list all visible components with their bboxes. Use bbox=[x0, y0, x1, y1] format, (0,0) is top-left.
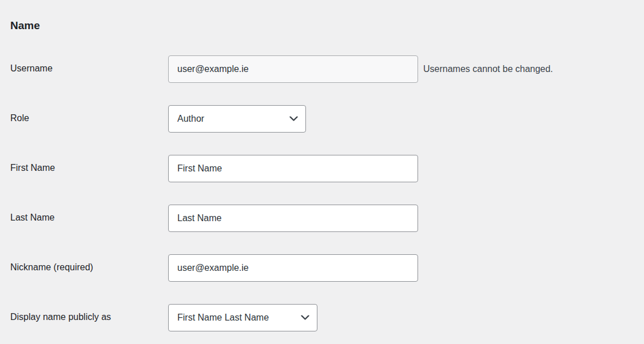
username-field bbox=[168, 55, 418, 83]
section-heading-name: Name bbox=[10, 19, 644, 32]
display-name-select[interactable]: First Name Last Name bbox=[168, 304, 317, 331]
last-name-field[interactable] bbox=[168, 205, 418, 232]
nickname-field[interactable] bbox=[168, 254, 418, 282]
role-label: Role bbox=[10, 113, 168, 125]
role-select[interactable]: Author bbox=[168, 105, 306, 133]
display-name-row: Display name publicly as First Name Last… bbox=[10, 293, 644, 342]
last-name-label: Last Name bbox=[10, 212, 168, 224]
first-name-field[interactable] bbox=[168, 155, 418, 182]
display-name-label: Display name publicly as bbox=[10, 311, 168, 323]
username-row: Username Usernames cannot be changed. bbox=[10, 44, 644, 94]
profile-name-section: Name Username Usernames cannot be change… bbox=[0, 0, 644, 342]
last-name-row: Last Name bbox=[10, 193, 644, 243]
first-name-row: First Name bbox=[10, 143, 644, 193]
username-label: Username bbox=[10, 63, 168, 75]
username-note: Usernames cannot be changed. bbox=[423, 64, 553, 74]
role-select-wrap: Author bbox=[168, 105, 306, 133]
role-row: Role Author bbox=[10, 94, 644, 143]
first-name-label: First Name bbox=[10, 162, 168, 174]
nickname-row: Nickname (required) bbox=[10, 243, 644, 293]
display-name-select-wrap: First Name Last Name bbox=[168, 304, 317, 331]
nickname-label: Nickname (required) bbox=[10, 262, 168, 274]
name-form-table: Username Usernames cannot be changed. Ro… bbox=[10, 44, 644, 342]
